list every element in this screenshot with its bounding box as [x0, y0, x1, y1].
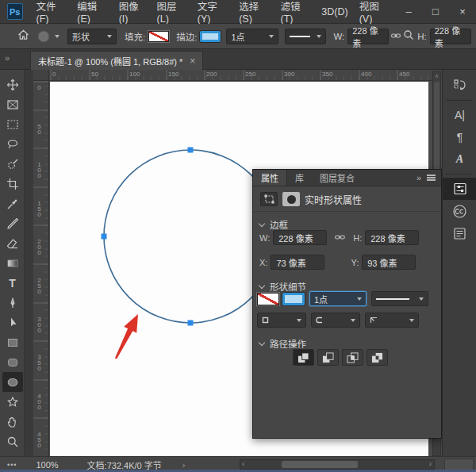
panel-stroke-width-select[interactable]: 1点 — [309, 291, 367, 306]
pen-tool[interactable] — [2, 293, 23, 313]
character-panel-icon[interactable]: A| — [443, 104, 476, 126]
creative-cloud-icon[interactable] — [443, 200, 476, 222]
x-field[interactable]: 73 像素 — [271, 255, 324, 270]
menu-edit[interactable]: 编辑(E) — [71, 0, 113, 25]
exclude-shapes-button[interactable] — [367, 349, 388, 366]
custom-shape-icon — [6, 396, 19, 409]
tab-libraries[interactable]: 库 — [287, 170, 312, 186]
link-wh-icon[interactable] — [335, 232, 345, 244]
ellipse-tool[interactable] — [2, 372, 23, 392]
stroke-width-select[interactable]: 1点 — [226, 29, 278, 44]
y-field[interactable]: 93 像素 — [362, 255, 416, 270]
type-tool[interactable]: T — [2, 273, 23, 293]
eyedropper-tool[interactable] — [2, 194, 23, 213]
lasso-tool[interactable] — [2, 134, 23, 154]
scroll-left-icon[interactable]: ‹ — [242, 459, 244, 468]
tab-layer-comps[interactable]: 图层复合 — [312, 170, 363, 186]
stroke-align-select[interactable] — [257, 313, 306, 328]
width-field[interactable]: 228 像素 — [273, 230, 327, 245]
intersect-shapes-icon — [347, 352, 359, 363]
close-button[interactable]: × — [449, 2, 476, 22]
type-icon: T — [9, 278, 16, 289]
stroke-type-select[interactable] — [285, 29, 326, 44]
home-icon[interactable] — [17, 29, 29, 43]
pen-icon — [6, 297, 19, 309]
panel-fill-swatch[interactable] — [257, 293, 279, 305]
zoom-icon — [6, 436, 19, 448]
height-field[interactable]: 228 像素 — [365, 230, 419, 245]
minimize-button[interactable]: – — [395, 2, 422, 22]
transform-mode-button[interactable] — [260, 192, 278, 206]
menu-view[interactable]: 视图(V) — [354, 0, 395, 25]
panel-menu-icon[interactable] — [427, 175, 436, 181]
combine-shapes-button[interactable] — [293, 349, 314, 366]
exclude-shapes-icon — [371, 352, 383, 363]
horizontal-scrollbar[interactable]: ‹ › — [240, 459, 435, 470]
quick-selection-tool[interactable] — [2, 154, 23, 174]
panel-stroke-type-select[interactable] — [371, 291, 428, 306]
horizontal-scroll-thumb[interactable] — [282, 461, 358, 468]
shape-width-input[interactable]: 228 像素 — [347, 29, 389, 44]
lasso-icon — [6, 138, 19, 151]
shape-height-input[interactable]: 228 像素 — [430, 29, 471, 44]
panel-dock: A| ¶ A — [442, 70, 476, 472]
crop-tool[interactable] — [2, 174, 23, 194]
scroll-up-icon[interactable]: ∧ — [435, 72, 439, 80]
rounded-rectangle-icon — [6, 356, 19, 369]
menu-filter[interactable]: 滤镜(T) — [275, 0, 317, 25]
document-tab-bar: » 未标题-1 @ 100% (椭圆 1, RGB/8#) * × — [0, 49, 476, 70]
status-corner-box — [444, 459, 474, 470]
stroke-corners-icon — [370, 317, 378, 324]
menu-type[interactable]: 文字(Y) — [192, 0, 233, 25]
fill-swatch[interactable] — [148, 31, 169, 42]
history-panel-icon[interactable] — [443, 75, 476, 97]
menu-image[interactable]: 图像(I) — [113, 0, 152, 25]
custom-shape-tool[interactable] — [2, 392, 23, 412]
document-tab[interactable]: 未标题-1 @ 100% (椭圆 1, RGB/8#) * × — [30, 51, 203, 70]
eraser-tool[interactable] — [2, 233, 23, 253]
properties-panel: 属性 库 图层复合 » 实时形状属性 边框 W: 228 像素 H: — [252, 169, 442, 439]
rectangle-tool[interactable] — [2, 332, 23, 352]
zoom-tool[interactable] — [2, 432, 23, 451]
marquee-tool[interactable] — [2, 114, 23, 134]
stroke-caps-select[interactable] — [311, 313, 360, 328]
paragraph-panel-icon[interactable]: ¶ — [443, 126, 476, 148]
stroke-corners-select[interactable] — [365, 313, 419, 328]
zoom-level[interactable]: 100% — [36, 460, 58, 470]
search-icon[interactable] — [403, 29, 414, 43]
ellipse-mask-icon — [287, 195, 296, 204]
menu-file[interactable]: 文件(F) — [31, 0, 72, 25]
rounded-rectangle-tool[interactable] — [2, 352, 23, 372]
tab-overflow-icon[interactable]: » — [5, 53, 9, 63]
panel-stroke-swatch[interactable] — [282, 293, 305, 305]
maximize-button[interactable]: □ — [422, 2, 449, 22]
hand-tool[interactable] — [2, 412, 23, 432]
tab-properties[interactable]: 属性 — [253, 170, 287, 186]
frame-tool[interactable] — [2, 94, 23, 114]
scroll-right-icon[interactable]: › — [429, 459, 432, 468]
tool-preset-dropdown[interactable] — [36, 29, 60, 44]
shape-mask-button[interactable] — [282, 192, 300, 206]
link-dimensions-icon[interactable] — [391, 31, 401, 42]
tab-close-icon[interactable]: × — [190, 56, 195, 67]
status-expand-icon[interactable]: › — [182, 460, 186, 470]
intersect-shapes-button[interactable] — [342, 349, 363, 366]
more-tools-icon[interactable]: ••• — [7, 461, 17, 469]
gradient-tool[interactable] — [2, 253, 23, 273]
stroke-swatch[interactable] — [200, 31, 221, 42]
path-selection-tool[interactable] — [2, 313, 23, 332]
brush-tool[interactable] — [2, 213, 23, 233]
move-tool[interactable] — [2, 75, 23, 94]
tool-mode-select[interactable]: 形状 — [67, 29, 117, 44]
glyphs-panel-icon[interactable]: A — [443, 148, 476, 171]
libraries-panel-icon[interactable] — [443, 222, 476, 244]
menu-3d[interactable]: 3D(D) — [316, 6, 353, 17]
subtract-front-shape-button[interactable] — [317, 349, 339, 366]
collapse-panel-icon[interactable]: » — [416, 173, 421, 182]
menu-select[interactable]: 选择(S) — [233, 0, 274, 25]
eyedropper-icon — [6, 198, 19, 210]
stroke-caps-icon — [316, 317, 324, 324]
menu-layer[interactable]: 图层(L) — [152, 0, 192, 25]
h-label: H: — [353, 233, 362, 243]
properties-panel-icon[interactable] — [443, 178, 476, 200]
